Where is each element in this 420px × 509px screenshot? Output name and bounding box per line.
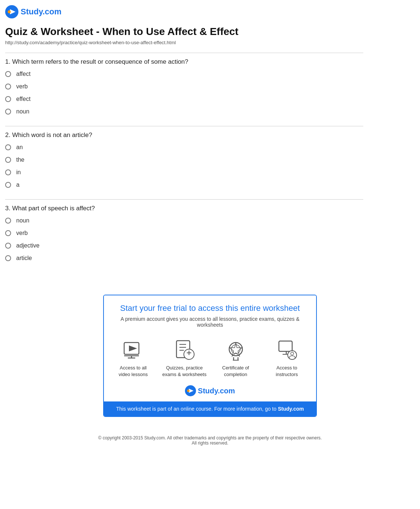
feature-label-2: Quizzes, practice exams & worksheets — [162, 365, 207, 378]
radio-q3-o1[interactable] — [5, 218, 11, 224]
copyright-line2: All rights reserved. — [0, 440, 420, 446]
question-2-option-1[interactable]: an — [5, 144, 363, 151]
feature-icon-instructor — [276, 339, 298, 361]
radio-q3-o4[interactable] — [5, 255, 11, 261]
option-label-q3-o3: adjective — [16, 242, 39, 249]
question-3-option-2[interactable]: verb — [5, 230, 363, 236]
promo-feature-1: Access to all video lessons — [111, 339, 155, 378]
question-3-option-1[interactable]: noun — [5, 217, 363, 224]
feature-label-3: Certificate of completion — [222, 365, 249, 378]
promo-footer-link[interactable]: Study.com — [278, 406, 304, 412]
promo-wrapper: Start your free trial to access this ent… — [0, 284, 420, 428]
question-2-text: 2. Which word is not an article? — [5, 131, 363, 139]
promo-logo: Study.com — [104, 382, 316, 401]
question-3-option-3[interactable]: adjective — [5, 242, 363, 249]
option-label-q3-o4: article — [16, 255, 32, 261]
copyright: © copyright 2003-2015 Study.com. All oth… — [0, 435, 420, 453]
feature-label-1: Access to all video lessons — [119, 365, 148, 378]
radio-q1-o2[interactable] — [5, 84, 11, 89]
question-3-text: 3. What part of speech is affect? — [5, 205, 363, 212]
promo-feature-4: Access to instructors — [265, 339, 309, 378]
question-2-option-4[interactable]: a — [5, 182, 363, 188]
page-url: http://study.com/academy/practice/quiz-w… — [5, 40, 363, 45]
questions-container: 1. Which term refers to the result or co… — [5, 53, 363, 261]
radio-q2-o3[interactable] — [5, 169, 11, 175]
option-label-q1-o4: noun — [16, 108, 29, 115]
question-1-option-3[interactable]: effect — [5, 96, 363, 102]
radio-q2-o4[interactable] — [5, 182, 11, 188]
question-1-option-1[interactable]: affect — [5, 71, 363, 77]
promo-box: Start your free trial to access this ent… — [103, 295, 317, 417]
promo-logo-icon — [185, 385, 196, 396]
promo-subtitle: A premium account gives you access to al… — [111, 316, 309, 328]
question-1-text: 1. Which term refers to the result or co… — [5, 58, 363, 66]
question-3-options: nounverbadjectivearticle — [5, 217, 363, 261]
feature-icon-quiz — [174, 339, 196, 361]
option-label-q1-o1: affect — [16, 71, 31, 77]
svg-rect-21 — [279, 341, 292, 351]
page-title: Quiz & Worksheet - When to Use Affect & … — [5, 26, 363, 38]
promo-logo-text: Study.com — [198, 387, 235, 395]
copyright-line1: © copyright 2003-2015 Study.com. All oth… — [0, 435, 420, 440]
promo-feature-3: Certificate of completion — [214, 339, 258, 378]
svg-point-16 — [231, 345, 240, 354]
svg-point-2 — [8, 10, 11, 13]
radio-q2-o1[interactable] — [5, 144, 11, 150]
radio-q2-o2[interactable] — [5, 157, 11, 163]
promo-title: Start your free trial to access this ent… — [111, 303, 309, 313]
option-label-q2-o3: in — [16, 169, 21, 176]
option-label-q3-o2: verb — [16, 230, 28, 236]
question-1-option-4[interactable]: noun — [5, 108, 363, 115]
radio-q3-o2[interactable] — [5, 230, 11, 236]
radio-q1-o4[interactable] — [5, 109, 11, 115]
svg-marker-4 — [129, 345, 137, 351]
option-label-q1-o2: verb — [16, 83, 28, 90]
option-label-q3-o1: noun — [16, 217, 29, 224]
feature-icon-video — [122, 339, 144, 361]
question-2-option-3[interactable]: in — [5, 169, 363, 176]
promo-footer-text: This worksheet is part of an online cour… — [116, 406, 278, 412]
feature-icon-certificate — [225, 339, 247, 361]
promo-feature-2: Quizzes, practice exams & worksheets — [162, 339, 207, 378]
promo-features: Access to all video lessons Quizzes, pra… — [104, 331, 316, 382]
content-area: Quiz & Worksheet - When to Use Affect & … — [0, 22, 368, 280]
question-1-option-2[interactable]: verb — [5, 83, 363, 90]
question-1-options: affectverbeffectnoun — [5, 71, 363, 115]
radio-q3-o3[interactable] — [5, 243, 11, 249]
question-2-options: antheina — [5, 144, 363, 188]
logo-text: Study.com — [21, 7, 62, 17]
logo-area: Study.com — [0, 0, 420, 22]
promo-header: Start your free trial to access this ent… — [104, 295, 316, 331]
promo-footer: This worksheet is part of an online cour… — [104, 401, 316, 416]
option-label-q2-o4: a — [16, 182, 20, 188]
question-2: 2. Which word is not an article?antheina — [5, 126, 363, 188]
study-logo-icon — [5, 5, 18, 18]
feature-label-4: Access to instructors — [276, 365, 298, 378]
option-label-q2-o1: an — [16, 144, 23, 151]
question-3: 3. What part of speech is affect?nounver… — [5, 199, 363, 261]
question-1: 1. Which term refers to the result or co… — [5, 53, 363, 115]
question-2-option-2[interactable]: the — [5, 157, 363, 163]
option-label-q2-o2: the — [16, 157, 24, 163]
radio-q1-o3[interactable] — [5, 96, 11, 102]
question-3-option-4[interactable]: article — [5, 255, 363, 261]
radio-q1-o1[interactable] — [5, 71, 11, 77]
option-label-q1-o3: effect — [16, 96, 31, 102]
svg-point-28 — [187, 390, 190, 392]
